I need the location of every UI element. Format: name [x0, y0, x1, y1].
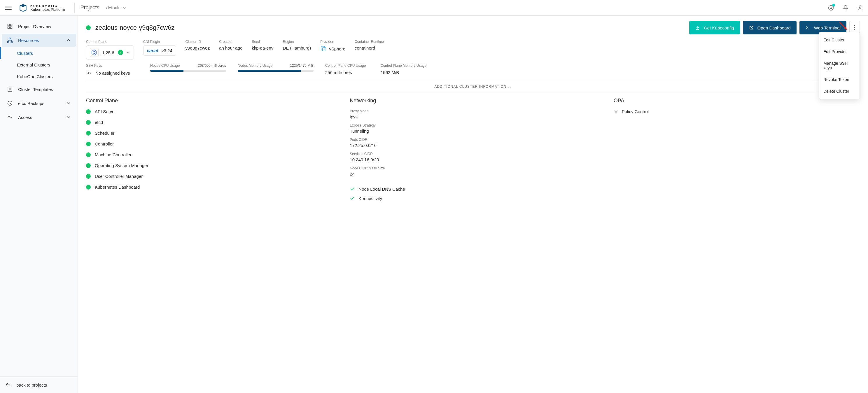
- open-dashboard-button[interactable]: Open Dashboard: [743, 21, 797, 34]
- brand[interactable]: KUBERMATIC Kubernetes Platform: [19, 3, 65, 12]
- chevron-up-icon: [66, 38, 70, 42]
- cni-block: CNI Plugin canal v3.24: [143, 40, 176, 56]
- projects-label[interactable]: Projects: [81, 5, 99, 11]
- sidebar-item-label: etcd Backups: [18, 101, 44, 106]
- sidebar-item-resources[interactable]: Resources: [2, 34, 76, 47]
- notification-dot: [832, 4, 835, 7]
- cp-cpu-block: Control Plane CPU Usage 256 millicores: [325, 64, 369, 75]
- svg-point-26: [87, 72, 89, 74]
- svg-point-17: [854, 25, 855, 26]
- cp-item: API Server: [86, 109, 332, 114]
- svg-rect-5: [8, 24, 10, 26]
- ssh-keys-block: SSH Keys No assigned keys: [86, 64, 138, 76]
- svg-rect-7: [8, 27, 10, 29]
- vsphere-logo-icon: [320, 45, 327, 52]
- memory-usage-block: Nodes Memory Usage1225/1475 MiB: [238, 64, 314, 72]
- sidebar-item-templates[interactable]: Cluster Templates: [2, 83, 76, 96]
- sidebar-item-access[interactable]: Access: [2, 111, 76, 124]
- svg-rect-10: [8, 41, 9, 42]
- status-dot-green: [86, 153, 91, 157]
- x-icon: [614, 109, 618, 114]
- sidebar-item-overview[interactable]: Project Overview: [2, 20, 76, 33]
- control-plane-version-block: Control Plane 1.25.6 ↑: [86, 40, 134, 60]
- svg-point-16: [8, 116, 10, 118]
- arrow-left-icon: [5, 382, 11, 388]
- grid-icon: [7, 23, 13, 29]
- hierarchy-icon: [7, 37, 13, 43]
- sidebar-item-label: Access: [18, 115, 32, 120]
- sidebar-sub-kubeone-clusters[interactable]: KubeOne Clusters: [0, 71, 78, 82]
- networking-heading: Networking: [350, 98, 596, 104]
- more-vertical-icon: [854, 25, 855, 30]
- svg-point-18: [854, 27, 855, 28]
- cp-item: Kubernetes Dashboard: [86, 185, 332, 190]
- kubernetes-logo-icon: [90, 48, 99, 57]
- control-plane-version-box[interactable]: 1.25.6 ↑: [86, 45, 134, 60]
- svg-rect-24: [321, 46, 325, 50]
- sidebar: Project Overview Resources Clusters Exte…: [0, 16, 78, 393]
- menu-edit-provider[interactable]: Edit Provider: [819, 46, 860, 58]
- svg-point-23: [93, 51, 95, 53]
- svg-marker-22: [92, 50, 97, 55]
- sidebar-sub-external-clusters[interactable]: External Clusters: [0, 59, 78, 71]
- provider-block: Provider vSphere: [320, 40, 345, 52]
- cpu-progress: [150, 70, 226, 72]
- additional-info-toggle[interactable]: ADDITIONAL CLUSTER INFORMATION ︿: [86, 81, 860, 92]
- svg-rect-11: [11, 41, 12, 42]
- cp-item: Operating System Manager: [86, 163, 332, 168]
- cluster-name: zealous-noyce-y9q8g7cw6z: [95, 24, 175, 31]
- menu-edit-cluster[interactable]: Edit Cluster: [819, 34, 860, 46]
- status-dot-green: [86, 120, 91, 125]
- cp-item: User Controller Manager: [86, 174, 332, 179]
- chevron-down-icon: [123, 6, 126, 10]
- cluster-header: zealous-noyce-y9q8g7cw6z Get Kubeconfig …: [86, 21, 860, 34]
- get-kubeconfig-button[interactable]: Get Kubeconfig: [689, 21, 740, 34]
- status-dot-green: [86, 163, 91, 168]
- detail-columns: Control Plane API Server etcd Scheduler …: [86, 98, 860, 205]
- cp-item: Machine Controller: [86, 152, 332, 157]
- chevron-down-icon: [66, 115, 70, 119]
- chevron-up-icon: ︿: [508, 85, 512, 89]
- bell-icon[interactable]: [842, 5, 849, 11]
- menu-delete-cluster[interactable]: Delete Cluster: [819, 86, 860, 97]
- key-icon: [7, 114, 13, 120]
- kubermatic-logo-icon: [19, 3, 27, 12]
- chevron-down-icon: [127, 51, 130, 54]
- cp-item: etcd: [86, 120, 332, 125]
- svg-rect-8: [10, 27, 12, 29]
- sidebar-sub-clusters[interactable]: Clusters: [0, 47, 78, 59]
- opa-column: OPA Policy Control: [614, 98, 860, 205]
- changelog-icon[interactable]: [828, 5, 834, 11]
- back-to-projects[interactable]: back to projects: [0, 376, 78, 393]
- svg-marker-1: [20, 4, 26, 7]
- region-block: Region DE (Hamburg): [283, 40, 311, 51]
- status-dot-green: [86, 174, 91, 179]
- project-select[interactable]: default: [106, 5, 126, 10]
- svg-point-4: [859, 5, 861, 8]
- external-link-icon: [749, 25, 754, 30]
- check-icon: [350, 196, 355, 201]
- network-check: Node Local DNS Cache: [350, 186, 596, 192]
- svg-point-3: [830, 7, 832, 8]
- status-dot-green: [86, 185, 91, 190]
- sidebar-item-etcd-backups[interactable]: etcd Backups: [2, 97, 76, 110]
- opa-policy-control: Policy Control: [614, 109, 860, 114]
- terminal-icon: [805, 25, 810, 30]
- control-plane-column: Control Plane API Server etcd Scheduler …: [86, 98, 332, 205]
- menu-toggle-icon[interactable]: [5, 4, 12, 11]
- cni-version-box[interactable]: canal v3.24: [143, 45, 176, 56]
- cp-item: Scheduler: [86, 131, 332, 136]
- runtime-block: Container Runtime containerd: [355, 40, 384, 51]
- user-icon[interactable]: [857, 5, 863, 11]
- history-icon: [7, 100, 13, 106]
- svg-rect-6: [10, 24, 12, 26]
- memory-progress: [238, 70, 314, 72]
- upgrade-available-icon: ↑: [118, 50, 123, 55]
- seed-block: Seed kkp-qa-env: [252, 40, 273, 51]
- menu-manage-ssh[interactable]: Manage SSH keys: [819, 58, 860, 74]
- cluster-id-block: Cluster ID y9q8g7cw6z: [186, 40, 210, 51]
- download-icon: [695, 25, 700, 30]
- menu-revoke-token[interactable]: Revoke Token: [819, 74, 860, 86]
- cpu-usage-block: Nodes CPU Usage263/600 millicores: [150, 64, 226, 72]
- project-selected: default: [106, 5, 120, 10]
